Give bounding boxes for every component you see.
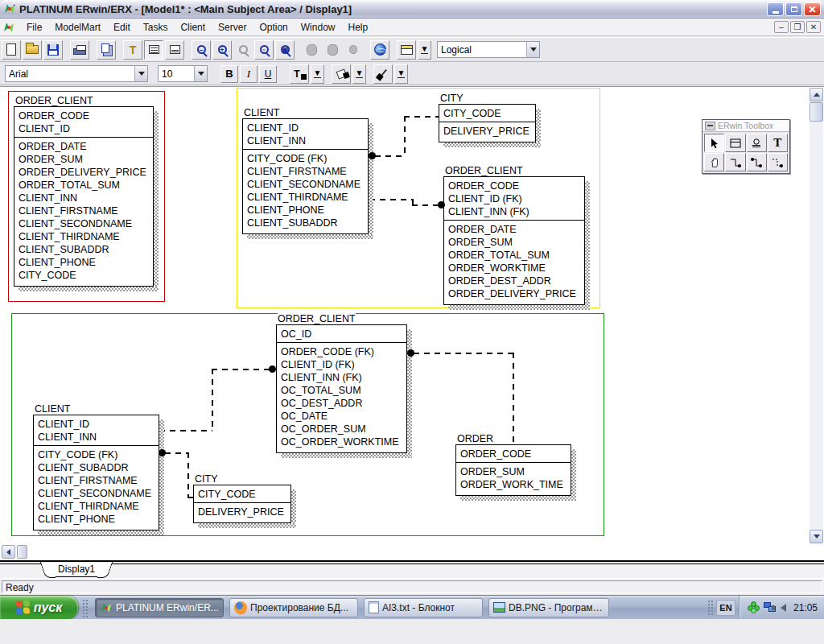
text-block-tool-button[interactable]: T bbox=[768, 134, 788, 152]
stored-display-dropdown[interactable]: ▼ bbox=[418, 40, 431, 60]
model-type-value: Logical bbox=[441, 44, 472, 56]
attribute: ORDER_WORK_TIME bbox=[460, 478, 567, 491]
identifying-relationship-icon bbox=[729, 157, 742, 168]
menu-window[interactable]: Window bbox=[295, 19, 342, 35]
disabled-tool-1 bbox=[302, 40, 321, 60]
menu-option[interactable]: Option bbox=[253, 19, 294, 35]
identifying-relationship-tool-button[interactable] bbox=[725, 153, 745, 171]
scroll-down-button[interactable] bbox=[810, 530, 823, 543]
font-color-dropdown[interactable]: ▼ bbox=[311, 64, 324, 84]
subtype-tool-button[interactable] bbox=[747, 134, 767, 152]
entity-order-client-center[interactable]: ORDER_CLIENT OC_IDORDER_CODE (FK)CLIENT_… bbox=[276, 324, 407, 453]
menu-edit[interactable]: Edit bbox=[107, 19, 137, 35]
taskbar-item-firefox[interactable]: Проектирование БД... bbox=[229, 598, 358, 617]
relationship-line bbox=[414, 353, 513, 354]
entity-order-client-merged[interactable]: ORDER_CLIENT ORDER_CODECLIENT_IDORDER_DA… bbox=[14, 106, 154, 287]
close-button[interactable]: ✕ bbox=[804, 2, 821, 16]
text-tool-icon: T bbox=[773, 136, 781, 150]
tab-display1[interactable]: Display1 bbox=[50, 562, 103, 577]
line-color-button[interactable] bbox=[373, 64, 393, 84]
zoom-out-icon: – bbox=[197, 45, 206, 54]
horizontal-scrollbar[interactable] bbox=[0, 544, 824, 560]
volume-tray-icon[interactable] bbox=[781, 604, 786, 612]
taskbar-item-erwin[interactable]: PLATINUM ERwin/ER... bbox=[95, 598, 224, 617]
pointer-tool-button[interactable] bbox=[704, 134, 724, 152]
fill-color-dropdown[interactable]: ▼ bbox=[352, 64, 366, 84]
hand-icon bbox=[709, 157, 720, 168]
stored-display-button[interactable] bbox=[397, 40, 416, 60]
open-button[interactable] bbox=[23, 40, 42, 60]
entity-level-button[interactable]: T bbox=[123, 40, 142, 60]
entity-order-client-top[interactable]: ORDER_CLIENT ORDER_CODECLIENT_ID (FK)CLI… bbox=[443, 176, 585, 305]
mdi-minimize-button[interactable]: – bbox=[774, 21, 789, 33]
menu-server[interactable]: Server bbox=[212, 19, 253, 35]
entity-title: ORDER bbox=[457, 433, 493, 444]
toolbox-title-bar[interactable]: ERwin Toolbox bbox=[702, 120, 789, 132]
menu-help[interactable]: Help bbox=[341, 19, 374, 35]
font-color-button[interactable]: T bbox=[290, 64, 309, 84]
italic-button[interactable]: I bbox=[240, 65, 258, 83]
attribute-display-icon bbox=[149, 45, 159, 54]
task-label: DB.PNG - Программа ... bbox=[509, 602, 604, 613]
language-indicator[interactable]: EN bbox=[716, 600, 735, 616]
combo-arrow-icon[interactable] bbox=[526, 42, 539, 57]
taskbar-clock[interactable]: 21:05 bbox=[793, 602, 818, 613]
mdi-close-button[interactable]: ✕ bbox=[806, 21, 821, 33]
title-bar[interactable]: PLATINUM ERwin/ERX - [Model1* : <Main Su… bbox=[0, 0, 824, 19]
combo-arrow-icon[interactable] bbox=[194, 66, 207, 81]
notepad-icon bbox=[369, 601, 379, 613]
vertical-scrollbar[interactable] bbox=[810, 88, 823, 543]
scroll-left-button[interactable] bbox=[2, 545, 15, 559]
menu-modelmart[interactable]: ModelMart bbox=[48, 19, 107, 35]
copy-button[interactable] bbox=[97, 40, 116, 60]
horizontal-scroll-thumb[interactable] bbox=[17, 545, 27, 559]
subtype-icon bbox=[750, 138, 763, 149]
mdi-restore-button[interactable]: ❐ bbox=[790, 21, 805, 33]
definition-level-button[interactable] bbox=[165, 40, 184, 60]
scroll-up-button[interactable] bbox=[810, 88, 823, 101]
many-to-many-tool-button[interactable] bbox=[747, 153, 767, 171]
font-name-select[interactable]: Arial bbox=[5, 65, 148, 82]
pan-tool-button[interactable] bbox=[704, 153, 724, 171]
combo-arrow-icon[interactable] bbox=[134, 66, 147, 81]
model-navigator-button[interactable] bbox=[370, 40, 389, 60]
toolbox-minimize-button[interactable] bbox=[705, 122, 715, 130]
zoom-area-button[interactable]: ▫ bbox=[254, 40, 274, 60]
entity-client-top[interactable]: CLIENT CLIENT_IDCLIENT_INNCITY_CODE (FK)… bbox=[242, 118, 369, 234]
print-button[interactable] bbox=[70, 40, 89, 60]
entity-city-bottom[interactable]: CITY CITY_CODEDELIVERY_PRICE bbox=[193, 485, 291, 523]
non-identifying-relationship-tool-button[interactable] bbox=[768, 153, 788, 171]
minimize-button[interactable] bbox=[767, 2, 784, 16]
model-type-select[interactable]: Logical bbox=[437, 41, 540, 58]
vertical-scroll-thumb[interactable] bbox=[810, 102, 823, 122]
quick-launch-handle[interactable] bbox=[81, 598, 89, 617]
font-size-select[interactable]: 10 bbox=[158, 65, 208, 82]
underline-button[interactable]: U bbox=[259, 65, 277, 83]
key-attribute: ORDER_CODE bbox=[19, 109, 150, 122]
attribute-level-button[interactable] bbox=[144, 40, 163, 60]
entity-order-bottom[interactable]: ORDER ORDER_CODEORDER_SUMORDER_WORK_TIME bbox=[455, 444, 571, 496]
start-button[interactable]: пуск bbox=[0, 596, 78, 620]
line-color-dropdown[interactable]: ▼ bbox=[394, 64, 408, 84]
zoom-in-button[interactable]: + bbox=[212, 40, 232, 60]
erwin-toolbox[interactable]: ERwin Toolbox T bbox=[702, 119, 790, 174]
entity-client-bottom[interactable]: CLIENT CLIENT_IDCLIENT_INNCITY_CODE (FK)… bbox=[33, 415, 159, 530]
save-button[interactable] bbox=[43, 40, 63, 60]
page-edge-line bbox=[0, 560, 824, 562]
entity-tool-button[interactable] bbox=[725, 134, 745, 152]
zoom-fit-button[interactable]: ▣ bbox=[275, 40, 295, 60]
diagram-canvas[interactable]: ORDER_CLIENT ORDER_CODECLIENT_IDORDER_DA… bbox=[0, 86, 824, 544]
taskbar-item-notepad[interactable]: AI3.txt - Блокнот bbox=[364, 598, 483, 617]
fill-color-button[interactable] bbox=[332, 64, 351, 84]
taskbar-item-image-viewer[interactable]: DB.PNG - Программа ... bbox=[488, 598, 609, 617]
bold-button[interactable]: B bbox=[220, 65, 238, 83]
attribute: CLIENT_FIRSTNAME bbox=[38, 474, 155, 487]
restore-button[interactable] bbox=[785, 2, 802, 16]
zoom-out-button[interactable]: – bbox=[192, 40, 211, 60]
menu-file[interactable]: File bbox=[20, 19, 48, 35]
new-button[interactable] bbox=[2, 40, 21, 60]
entity-city-top[interactable]: CITY CITY_CODEDELIVERY_PRICE bbox=[439, 104, 536, 142]
menu-tasks[interactable]: Tasks bbox=[137, 19, 175, 35]
menu-client[interactable]: Client bbox=[174, 19, 212, 35]
icq-tray-icon[interactable] bbox=[748, 601, 760, 613]
